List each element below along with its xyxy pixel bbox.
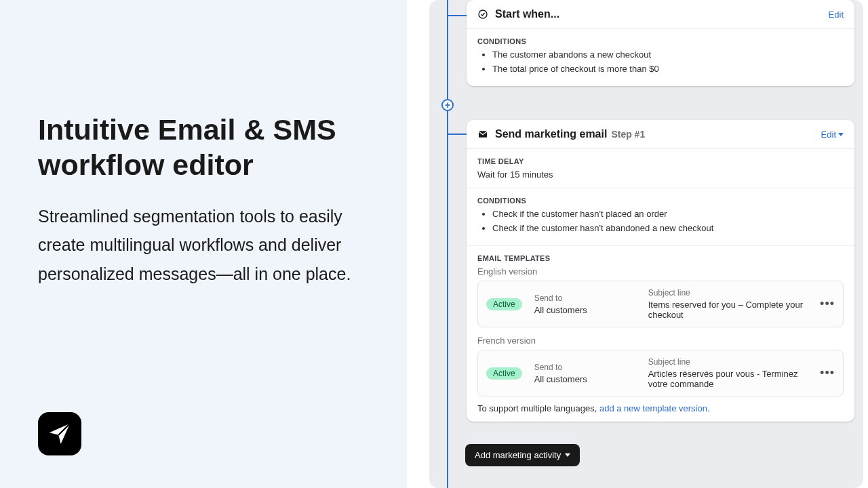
subject-label: Subject line xyxy=(648,288,808,298)
add-template-version-link[interactable]: add a new template version. xyxy=(599,403,710,413)
svg-point-0 xyxy=(479,10,487,18)
conditions-heading: CONDITIONS xyxy=(477,197,844,205)
card-header: Start when... Edit xyxy=(467,0,854,29)
paper-plane-icon xyxy=(46,420,73,447)
email-template-row[interactable]: Active Send to All customers Subject lin… xyxy=(477,281,844,327)
app-logo xyxy=(38,412,81,455)
subject-value: Items reserved for you – Complete your c… xyxy=(648,300,808,320)
check-circle-icon xyxy=(477,9,488,20)
step-conditions-list: Check if the customer hasn't placed an o… xyxy=(477,209,844,233)
workflow-step-card: Send marketing email Step #1 Edit TIME D… xyxy=(467,120,854,422)
caret-down-icon xyxy=(565,453,570,457)
add-activity-label: Add marketing activity xyxy=(475,450,561,460)
email-icon xyxy=(477,129,488,140)
template-lang-label: English version xyxy=(477,266,844,277)
status-badge: Active xyxy=(486,298,522,310)
subject-value: Articles réservés pour vous - Terminez v… xyxy=(648,369,808,389)
email-templates-section: EMAIL TEMPLATES English version Active S… xyxy=(467,245,854,422)
status-badge: Active xyxy=(486,367,522,380)
start-card-title: Start when... xyxy=(495,8,559,20)
workflow-connector-branch xyxy=(447,15,467,16)
edit-start-button[interactable]: Edit xyxy=(829,9,844,20)
more-options-icon[interactable]: ••• xyxy=(820,366,835,380)
workflow-start-card: Start when... Edit CONDITIONS The custom… xyxy=(467,0,854,86)
add-step-button[interactable]: + xyxy=(441,99,454,111)
workflow-panel: + Start when... Edit CONDITIONS The cust… xyxy=(407,0,868,488)
time-delay-section: TIME DELAY Wait for 15 minutes xyxy=(467,149,854,188)
multi-language-note: To support multiple languages, add a new… xyxy=(477,403,844,413)
workflow-connector-line xyxy=(447,0,448,488)
condition-item: Check if the customer hasn't abandoned a… xyxy=(492,223,844,233)
start-conditions-list: The customer abandons a new checkout The… xyxy=(477,49,844,74)
send-to-value: All customers xyxy=(534,305,636,315)
subject-label: Subject line xyxy=(648,357,808,367)
template-lang-label: French version xyxy=(477,336,844,346)
start-conditions-section: CONDITIONS The customer abandons a new c… xyxy=(467,29,854,86)
add-marketing-activity-button[interactable]: Add marketing activity xyxy=(465,444,580,466)
email-template-row[interactable]: Active Send to All customers Subject lin… xyxy=(477,350,844,396)
step-number: Step #1 xyxy=(611,129,645,140)
condition-item: The customer abandons a new checkout xyxy=(492,49,844,60)
caret-down-icon xyxy=(838,133,844,136)
templates-heading: EMAIL TEMPLATES xyxy=(477,254,844,262)
workflow-canvas: + Start when... Edit CONDITIONS The cust… xyxy=(429,0,863,488)
more-options-icon[interactable]: ••• xyxy=(820,297,835,311)
time-delay-text: Wait for 15 minutes xyxy=(477,169,844,180)
step-conditions-section: CONDITIONS Check if the customer hasn't … xyxy=(467,188,854,245)
time-delay-heading: TIME DELAY xyxy=(477,157,844,165)
hero-panel: Intuitive Email & SMS workflow editor St… xyxy=(0,0,407,488)
send-to-value: All customers xyxy=(534,374,636,384)
hero-subtitle: Streamlined segmentation tools to easily… xyxy=(38,202,357,289)
edit-label: Edit xyxy=(821,129,836,140)
edit-step-button[interactable]: Edit xyxy=(821,129,844,140)
conditions-heading: CONDITIONS xyxy=(477,37,844,45)
send-to-label: Send to xyxy=(534,363,636,372)
plus-icon: + xyxy=(445,100,450,110)
multi-language-prefix: To support multiple languages, xyxy=(477,403,599,413)
condition-item: The total price of checkout is more than… xyxy=(492,64,844,74)
step-card-title: Send marketing email xyxy=(495,128,607,140)
workflow-connector-branch xyxy=(447,134,467,135)
card-header: Send marketing email Step #1 Edit xyxy=(467,120,854,149)
hero-title: Intuitive Email & SMS workflow editor xyxy=(38,112,369,183)
condition-item: Check if the customer hasn't placed an o… xyxy=(492,209,844,219)
send-to-label: Send to xyxy=(534,293,636,303)
